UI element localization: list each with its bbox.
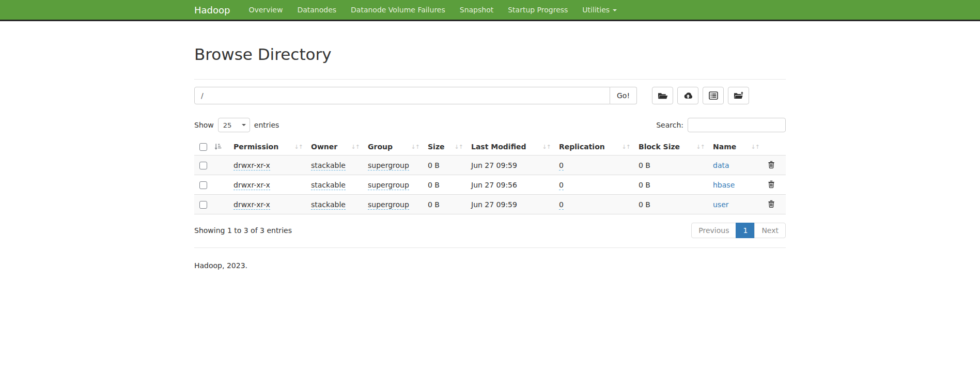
folder-arrow-up-icon [734,91,744,100]
sort-both-icon [622,144,630,150]
column-label: Last Modified [471,143,526,151]
size-cell: 0 B [423,195,466,214]
directory-table: Permission Owner Group Size Last Modifie… [194,138,786,214]
directory-link[interactable]: hbase [713,181,735,189]
page-length-control: Show 25 entries [194,118,279,132]
group-cell[interactable]: supergroup [368,181,409,190]
column-header-permission[interactable]: Permission [228,138,306,156]
nav-overview[interactable]: Overview [241,6,290,14]
pagination-page-1-link[interactable]: 1 [736,223,755,238]
block-size-cell: 0 B [633,156,708,175]
go-button[interactable]: Go! [610,87,637,104]
table-row: drwxr-xr-x stackable supergroup 0 B Jun … [194,195,786,214]
sort-both-icon [411,144,419,150]
nav-links: Overview Datanodes Datanode Volume Failu… [241,6,624,14]
table-row: drwxr-xr-x stackable supergroup 0 B Jun … [194,175,786,195]
top-navbar: Hadoop Overview Datanodes Datanode Volum… [0,0,980,21]
directory-action-buttons [652,87,749,104]
pagination-next-link[interactable]: Next [754,223,786,238]
sort-both-icon [351,144,360,150]
replication-cell[interactable]: 0 [559,200,564,210]
row-checkbox[interactable] [199,201,207,209]
sort-both-icon [542,144,551,150]
trash-icon [768,180,775,188]
column-label: Owner [311,143,337,151]
pagination-previous[interactable]: Previous [691,223,736,238]
permission-cell[interactable]: drwxr-xr-x [234,200,270,210]
directory-link[interactable]: user [713,200,729,209]
row-checkbox[interactable] [199,162,207,169]
pagination-page-1[interactable]: 1 [736,223,755,238]
permission-cell[interactable]: drwxr-xr-x [234,161,270,170]
trash-icon [768,200,775,208]
owner-cell[interactable]: stackable [311,161,346,170]
pagination: Previous 1 Next [691,223,786,238]
column-header-group[interactable]: Group [363,138,423,156]
column-label: Replication [559,143,605,151]
nav-datanodes[interactable]: Datanodes [290,6,344,14]
nav-startup-progress[interactable]: Startup Progress [501,6,575,14]
owner-cell[interactable]: stackable [311,200,346,210]
create-directory-button[interactable] [652,87,673,104]
column-label: Block Size [639,143,680,151]
cut-paste-button[interactable] [703,87,724,104]
show-label: Show [194,121,214,129]
footer-divider [194,247,786,248]
page-size-select[interactable]: 25 [218,118,250,132]
directory-link[interactable]: data [713,161,729,169]
select-all-checkbox[interactable] [199,143,207,151]
delete-button[interactable] [768,200,775,208]
sort-both-icon [751,144,759,150]
delete-button[interactable] [768,161,775,168]
nav-snapshot[interactable]: Snapshot [453,6,501,14]
last-modified-cell: Jun 27 09:56 [466,175,554,195]
list-alt-icon [709,91,718,100]
folder-open-icon [658,92,668,100]
entries-label: entries [254,121,279,129]
sort-both-icon [294,144,303,150]
sort-both-icon [455,144,463,150]
brand-hadoop[interactable]: Hadoop [194,5,230,15]
column-header-name[interactable]: Name [708,138,763,156]
column-header-delete [763,138,786,156]
group-cell[interactable]: supergroup [368,200,409,210]
pagination-previous-link[interactable]: Previous [691,223,736,238]
owner-cell[interactable]: stackable [311,181,346,190]
pagination-next[interactable]: Next [755,223,786,238]
column-header-select[interactable] [194,138,228,156]
replication-cell[interactable]: 0 [559,181,564,190]
caret-down-icon [613,9,617,11]
page-size-select-wrap: 25 [218,118,250,132]
table-controls: Show 25 entries Search: [194,118,786,132]
upload-files-button[interactable] [677,87,698,104]
path-bar: Go! [194,87,786,104]
table-row: drwxr-xr-x stackable supergroup 0 B Jun … [194,156,786,175]
cloud-upload-icon [683,92,693,100]
table-footer: Showing 1 to 3 of 3 entries Previous 1 N… [194,223,786,238]
column-header-last-modified[interactable]: Last Modified [466,138,554,156]
search-label: Search: [656,121,683,129]
sort-amount-asc-icon [214,143,222,150]
folder-actions-button[interactable] [728,87,749,104]
search-input[interactable] [688,118,786,132]
column-header-size[interactable]: Size [423,138,466,156]
page-title: Browse Directory [194,45,786,64]
entries-info: Showing 1 to 3 of 3 entries [194,226,292,235]
path-input[interactable] [194,87,610,104]
nav-utilities[interactable]: Utilities [575,6,624,14]
column-label: Group [368,143,393,151]
column-header-block-size[interactable]: Block Size [633,138,708,156]
column-header-owner[interactable]: Owner [306,138,363,156]
nav-utilities-label: Utilities [582,6,610,14]
row-checkbox[interactable] [199,181,207,189]
column-label: Name [713,143,736,151]
nav-datanode-volume-failures[interactable]: Datanode Volume Failures [344,6,453,14]
size-cell: 0 B [423,156,466,175]
replication-cell[interactable]: 0 [559,161,564,170]
group-cell[interactable]: supergroup [368,161,409,170]
delete-button[interactable] [768,180,775,188]
permission-cell[interactable]: drwxr-xr-x [234,181,270,190]
block-size-cell: 0 B [633,175,708,195]
last-modified-cell: Jun 27 09:59 [466,156,554,175]
column-header-replication[interactable]: Replication [554,138,633,156]
